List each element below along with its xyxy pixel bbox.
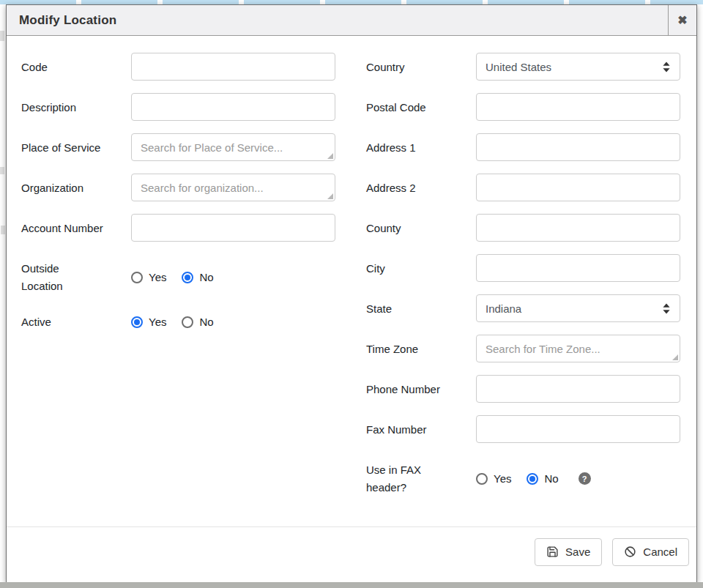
- select-arrows-icon: [662, 303, 671, 314]
- use-in-fax-header-yes-radio[interactable]: Yes: [476, 472, 511, 485]
- address1-input[interactable]: [476, 133, 680, 161]
- phone-number-row: Phone Number: [366, 375, 680, 403]
- cancel-icon: [624, 546, 636, 558]
- organization-combobox[interactable]: [131, 174, 335, 201]
- fax-number-row: Fax Number: [366, 415, 680, 443]
- city-label: City: [366, 254, 476, 282]
- radio-icon: [476, 473, 488, 485]
- cancel-button-label: Cancel: [643, 546, 677, 558]
- use-in-fax-header-row: Use in FAX header? Yes No ?: [366, 455, 680, 496]
- radio-icon: [182, 316, 193, 328]
- country-row: Country United States: [366, 53, 680, 81]
- background-page-fragment: [0, 167, 4, 174]
- account-number-input[interactable]: [131, 214, 335, 242]
- save-button-label: Save: [565, 546, 590, 558]
- modal-body: Code Description Place of Service: [7, 36, 696, 526]
- fax-number-input[interactable]: [476, 415, 680, 443]
- active-label: Active: [21, 308, 131, 331]
- country-label: Country: [366, 53, 476, 81]
- close-button[interactable]: ✖: [668, 5, 696, 35]
- address2-row: Address 2: [366, 174, 680, 201]
- outside-location-row: Outside Location Yes No: [21, 254, 335, 295]
- right-column: Country United States Postal Code: [366, 53, 680, 509]
- cancel-button[interactable]: Cancel: [612, 538, 689, 566]
- postal-code-label: Postal Code: [366, 93, 476, 121]
- radio-icon: [182, 272, 193, 283]
- radio-icon: [131, 272, 143, 283]
- address1-row: Address 1: [366, 133, 680, 161]
- address2-input[interactable]: [476, 174, 680, 201]
- place-of-service-combobox[interactable]: [131, 133, 335, 161]
- radio-label: Yes: [494, 472, 511, 485]
- active-no-radio[interactable]: No: [182, 316, 213, 328]
- place-of-service-label: Place of Service: [21, 133, 131, 161]
- outside-location-yes-radio[interactable]: Yes: [131, 271, 166, 283]
- outside-location-radio-group: Yes No: [131, 254, 335, 295]
- save-icon: [546, 546, 559, 558]
- active-radio-group: Yes No: [131, 308, 335, 331]
- state-select-value: Indiana: [486, 302, 521, 315]
- select-arrows-icon: [662, 62, 671, 72]
- county-label: County: [366, 214, 476, 242]
- left-column: Code Description Place of Service: [21, 53, 335, 509]
- organization-label: Organization: [21, 174, 131, 201]
- combo-grip-icon: [672, 354, 678, 360]
- country-select[interactable]: United States: [476, 53, 680, 81]
- state-label: State: [366, 294, 476, 322]
- help-icon[interactable]: ?: [579, 472, 591, 485]
- close-icon: ✖: [677, 15, 687, 26]
- page: Modify Location ✖ Code Description: [0, 0, 703, 588]
- country-select-value: United States: [486, 61, 551, 73]
- county-row: County: [366, 214, 680, 242]
- active-row: Active Yes No: [21, 308, 335, 331]
- active-yes-radio[interactable]: Yes: [131, 316, 166, 328]
- time-zone-row: Time Zone: [366, 335, 680, 362]
- code-row: Code: [21, 53, 335, 81]
- city-input[interactable]: [476, 254, 680, 282]
- radio-label: Yes: [149, 271, 166, 283]
- outside-location-label: Outside Location: [21, 254, 131, 295]
- modify-location-modal: Modify Location ✖ Code Description: [6, 4, 697, 583]
- city-row: City: [366, 254, 680, 282]
- radio-icon: [527, 473, 538, 485]
- time-zone-combobox[interactable]: [476, 335, 680, 362]
- phone-number-label: Phone Number: [366, 375, 476, 403]
- radio-label: No: [199, 316, 213, 328]
- save-button[interactable]: Save: [535, 538, 602, 566]
- description-input[interactable]: [131, 93, 335, 121]
- modal-header: Modify Location ✖: [7, 5, 696, 36]
- outside-location-no-radio[interactable]: No: [182, 271, 213, 283]
- combo-grip-icon: [327, 153, 333, 159]
- organization-row: Organization: [21, 174, 335, 201]
- time-zone-label: Time Zone: [366, 335, 476, 362]
- postal-code-row: Postal Code: [366, 93, 680, 121]
- radio-icon: [131, 316, 143, 328]
- address1-label: Address 1: [366, 133, 476, 161]
- place-of-service-row: Place of Service: [21, 133, 335, 161]
- phone-number-input[interactable]: [476, 375, 680, 403]
- address2-label: Address 2: [366, 174, 476, 201]
- postal-code-input[interactable]: [476, 93, 680, 121]
- radio-label: Yes: [149, 316, 166, 328]
- code-label: Code: [21, 53, 131, 81]
- combo-grip-icon: [327, 193, 333, 199]
- use-in-fax-header-label: Use in FAX header?: [366, 455, 476, 496]
- county-input[interactable]: [476, 214, 680, 242]
- radio-label: No: [199, 271, 213, 283]
- account-number-label: Account Number: [21, 214, 131, 242]
- background-page-fragment: [0, 31, 4, 41]
- modal-footer: Save Cancel: [7, 526, 696, 582]
- modal-title: Modify Location: [7, 5, 668, 35]
- description-row: Description: [21, 93, 335, 121]
- background-page-fragment: [1, 226, 5, 234]
- fax-number-label: Fax Number: [366, 415, 476, 443]
- code-input[interactable]: [131, 53, 335, 81]
- state-row: State Indiana: [366, 294, 680, 322]
- use-in-fax-header-no-radio[interactable]: No: [527, 472, 558, 485]
- state-select[interactable]: Indiana: [476, 294, 680, 322]
- use-in-fax-header-radio-group: Yes No ?: [476, 455, 680, 496]
- background-bottom-strip: [0, 582, 703, 588]
- account-number-row: Account Number: [21, 214, 335, 242]
- radio-label: No: [544, 472, 558, 485]
- description-label: Description: [21, 93, 131, 121]
